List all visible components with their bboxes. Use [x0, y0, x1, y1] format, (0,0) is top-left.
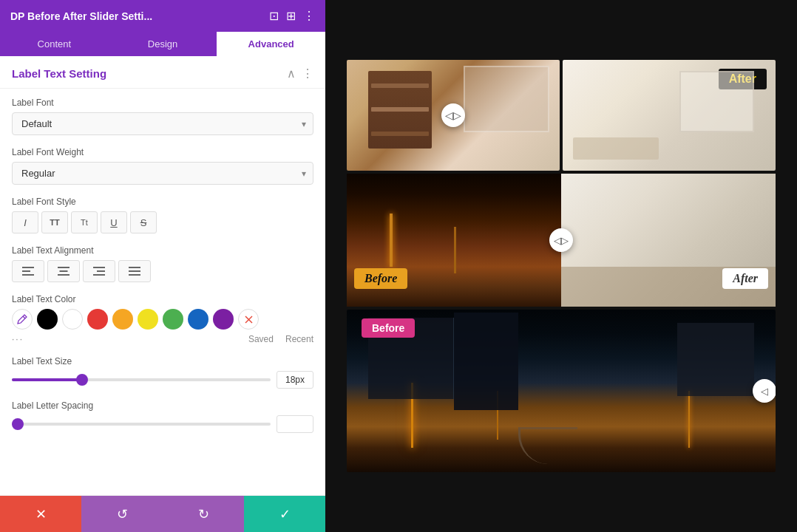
green-swatch[interactable] — [163, 309, 183, 330]
slider-fill — [12, 378, 82, 381]
before-label-mid: Before — [354, 268, 407, 289]
slider-handle-bottom[interactable]: ◁ — [753, 379, 776, 403]
recent-label[interactable]: Recent — [285, 334, 313, 344]
section-header: Label Text Setting ∧ ⋮ — [0, 56, 325, 89]
font-style-buttons: I TT Tt U S — [12, 211, 313, 233]
redo-button[interactable]: ↻ — [163, 496, 244, 532]
eraser-swatch[interactable] — [238, 309, 259, 330]
after-label-mid: After — [722, 268, 768, 289]
style-uppercase-btn[interactable]: TT — [41, 211, 68, 233]
purple-swatch[interactable] — [213, 309, 234, 330]
slider-thumb[interactable] — [76, 374, 88, 386]
label-text-color-group: Label Text Color — [12, 294, 313, 344]
eyedropper-swatch[interactable] — [12, 309, 33, 330]
resize-icon[interactable]: ⊡ — [269, 9, 279, 23]
svg-rect-11 — [129, 274, 140, 276]
slider-handle-mid[interactable]: ◁▷ — [549, 228, 573, 252]
red-swatch[interactable] — [87, 309, 108, 330]
settings-area: Label Font Default Arial Georgia ▾ Label… — [0, 89, 325, 454]
tab-design[interactable]: Design — [109, 32, 217, 56]
color-saved-row: ··· Saved Recent — [12, 334, 313, 344]
panel-header: DP Before After Slider Setti... ⊡ ⊞ ⋮ — [0, 0, 325, 32]
letter-spacing-input[interactable] — [277, 415, 313, 433]
style-underline-btn[interactable]: U — [101, 211, 127, 233]
grid-icon[interactable]: ⊞ — [286, 9, 296, 23]
left-panel: DP Before After Slider Setti... ⊡ ⊞ ⋮ Co… — [0, 0, 325, 532]
svg-line-12 — [23, 316, 25, 318]
cancel-button[interactable]: ✕ — [0, 496, 81, 532]
label-font-group: Label Font Default Arial Georgia ▾ — [12, 98, 313, 135]
section-title: Label Text Setting — [12, 67, 106, 80]
panel-title: DP Before After Slider Setti... — [10, 10, 152, 22]
section-more-icon[interactable]: ⋮ — [302, 66, 313, 81]
letter-spacing-thumb[interactable] — [12, 418, 24, 430]
svg-rect-8 — [93, 274, 105, 276]
right-preview: ◁▷ After — [325, 0, 797, 532]
style-strikethrough-btn[interactable]: S — [130, 211, 157, 233]
slider-handle-top[interactable]: ◁▷ — [441, 103, 465, 127]
align-justify-btn[interactable] — [118, 260, 151, 282]
svg-rect-10 — [129, 270, 140, 272]
svg-rect-5 — [58, 274, 69, 276]
label-font-weight-select[interactable]: Regular Bold Light — [12, 162, 313, 185]
yellow-swatch[interactable] — [138, 309, 158, 330]
collapse-icon[interactable]: ∧ — [287, 66, 296, 81]
label-text-color-label: Label Text Color — [12, 294, 313, 304]
black-swatch[interactable] — [37, 309, 58, 330]
orange-swatch[interactable] — [112, 309, 133, 330]
label-letter-spacing-group: Label Letter Spacing — [12, 400, 313, 433]
letter-spacing-slider-row — [12, 415, 313, 433]
label-font-weight-group: Label Font Weight Regular Bold Light ▾ — [12, 147, 313, 185]
more-dots[interactable]: ··· — [12, 334, 24, 344]
panel-tabs: Content Design Advanced — [0, 32, 325, 56]
blue-swatch[interactable] — [188, 309, 208, 330]
svg-rect-6 — [93, 267, 105, 268]
slider-track — [12, 378, 271, 381]
svg-rect-2 — [22, 274, 34, 276]
saved-label[interactable]: Saved — [248, 334, 274, 344]
color-palette — [12, 309, 313, 330]
label-text-size-label: Label Text Size — [12, 356, 313, 366]
before-label-bottom: Before — [362, 318, 415, 338]
svg-rect-1 — [22, 270, 30, 272]
more-icon[interactable]: ⋮ — [303, 9, 315, 23]
white-swatch[interactable] — [62, 309, 83, 330]
svg-rect-9 — [129, 267, 140, 268]
label-text-alignment-group: Label Text Alignment — [12, 245, 313, 282]
label-font-style-label: Label Font Style — [12, 197, 313, 207]
label-text-size-group: Label Text Size — [12, 356, 313, 389]
align-left-btn[interactable] — [12, 260, 44, 282]
style-italic-btn[interactable]: I — [12, 211, 38, 233]
preview-room-before-top: ◁▷ — [347, 60, 560, 171]
letter-spacing-track — [12, 423, 271, 426]
svg-rect-0 — [22, 267, 34, 268]
align-center-btn[interactable] — [47, 260, 80, 282]
label-text-alignment-label: Label Text Alignment — [12, 245, 313, 256]
svg-rect-4 — [60, 270, 68, 272]
reset-button[interactable]: ↺ — [81, 496, 163, 532]
label-font-weight-select-wrapper: Regular Bold Light ▾ — [12, 162, 313, 185]
section-header-actions: ∧ ⋮ — [287, 66, 313, 81]
label-letter-spacing-label: Label Letter Spacing — [12, 400, 313, 411]
svg-rect-3 — [58, 267, 69, 268]
bottom-toolbar: ✕ ↺ ↻ ✓ — [0, 495, 325, 532]
preview-street-middle: Before After ◁▷ — [347, 174, 776, 307]
tab-advanced[interactable]: Advanced — [217, 32, 325, 56]
size-input[interactable] — [277, 371, 313, 389]
label-font-select-wrapper: Default Arial Georgia ▾ — [12, 112, 313, 135]
slider-row — [12, 371, 313, 389]
save-button[interactable]: ✓ — [244, 496, 325, 532]
style-capitalize-btn[interactable]: Tt — [71, 211, 98, 233]
align-right-btn[interactable] — [83, 260, 115, 282]
panel-body: Label Text Setting ∧ ⋮ Label Font Defaul… — [0, 56, 325, 495]
label-font-style-group: Label Font Style I TT Tt U S — [12, 197, 313, 233]
label-font-weight-label: Label Font Weight — [12, 147, 313, 157]
preview-room-after-top: After — [563, 60, 776, 171]
label-font-select[interactable]: Default Arial Georgia — [12, 112, 313, 135]
preview-night-street: Before ◁ — [347, 310, 776, 472]
panel-header-icons: ⊡ ⊞ ⋮ — [269, 9, 315, 23]
svg-rect-7 — [97, 270, 105, 272]
align-buttons — [12, 260, 313, 282]
tab-content[interactable]: Content — [0, 32, 109, 56]
label-font-label: Label Font — [12, 98, 313, 108]
